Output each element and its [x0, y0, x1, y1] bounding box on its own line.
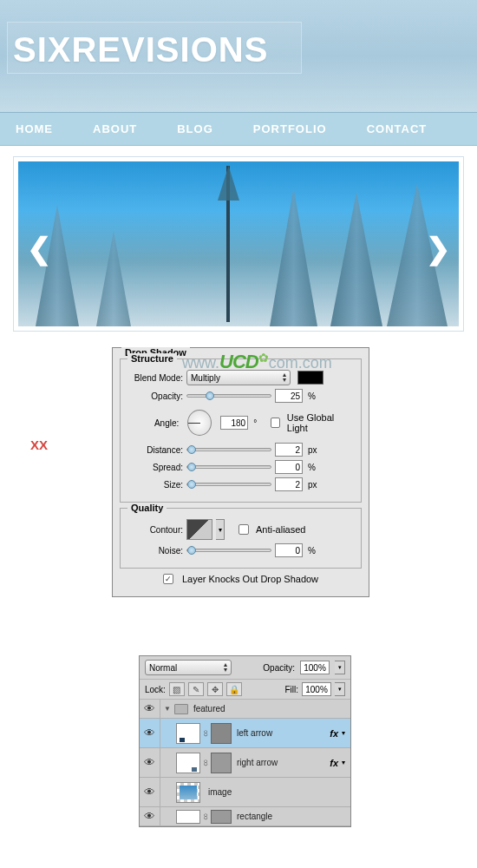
- slider-thumb-icon[interactable]: [206, 391, 214, 400]
- quality-fieldset: Quality Contour: ▾ Anti-aliased Noise: %: [120, 508, 362, 569]
- angle-input[interactable]: [220, 416, 248, 430]
- distance-input[interactable]: [275, 443, 303, 457]
- opacity-unit: %: [308, 391, 316, 401]
- blend-mode-label: Blend Mode:: [129, 373, 183, 383]
- slider-thumb-icon[interactable]: [187, 463, 196, 471]
- nav-contact[interactable]: CONTACT: [360, 122, 435, 135]
- layer-row[interactable]: 👁 𝟾 rectangle: [140, 807, 350, 826]
- site-title: SIXREVISIONS: [13, 30, 268, 69]
- noise-slider[interactable]: [186, 549, 271, 552]
- contour-dropdown-icon[interactable]: ▾: [216, 519, 225, 540]
- blend-mode-select[interactable]: Normal ▴▾: [145, 660, 232, 675]
- opacity-slider[interactable]: [186, 394, 271, 398]
- slider-image: ❮ ❯: [18, 161, 459, 326]
- fill-input[interactable]: [302, 682, 331, 696]
- fill-dropdown-icon[interactable]: ▾: [335, 682, 345, 696]
- fill-label: Fill:: [284, 685, 298, 694]
- tree-graphic: [36, 205, 79, 326]
- quality-label: Quality: [127, 503, 167, 513]
- layer-mask-thumb: [211, 753, 232, 773]
- size-slider[interactable]: [186, 483, 271, 486]
- tree-graphic: [270, 187, 317, 326]
- use-global-label: Use Global Light: [287, 412, 352, 433]
- angle-dial[interactable]: [187, 410, 212, 436]
- use-global-checkbox[interactable]: [271, 418, 280, 428]
- watermark-rest: com.com: [269, 354, 332, 372]
- layer-name[interactable]: left arrow: [237, 728, 330, 738]
- anti-aliased-checkbox[interactable]: [238, 524, 249, 535]
- fx-badge[interactable]: fx: [330, 728, 338, 739]
- layers-blend-value: Normal: [149, 663, 177, 673]
- blend-mode-value: Multiply: [191, 373, 220, 383]
- lock-transparency-icon[interactable]: ▧: [169, 682, 185, 696]
- prev-arrow-icon[interactable]: ❮: [27, 231, 51, 266]
- slider-thumb-icon[interactable]: [187, 480, 196, 489]
- fx-badge[interactable]: fx: [330, 758, 338, 768]
- layer-row[interactable]: 👁 𝟾 right arrow fx ▾: [140, 748, 350, 778]
- knockout-label: Layer Knocks Out Drop Shadow: [182, 574, 318, 584]
- layers-opacity-input[interactable]: [300, 661, 330, 674]
- size-input[interactable]: [275, 477, 303, 491]
- featured-slider: ❮ ❯: [13, 156, 464, 332]
- layer-name[interactable]: right arrow: [237, 758, 330, 767]
- noise-label: Noise:: [129, 546, 183, 556]
- slider-thumb-icon[interactable]: [187, 546, 196, 555]
- opacity-dropdown-icon[interactable]: ▾: [335, 661, 345, 674]
- fx-dropdown-icon[interactable]: ▾: [342, 759, 345, 766]
- distance-unit: px: [308, 445, 317, 455]
- spread-unit: %: [308, 463, 316, 472]
- nav-portfolio[interactable]: PORTFOLIO: [246, 122, 334, 135]
- layer-mask-thumb: [211, 723, 232, 744]
- spread-input[interactable]: [275, 460, 303, 474]
- distance-slider[interactable]: [186, 448, 271, 451]
- watermark-www: www.: [182, 354, 219, 372]
- leaf-icon: ✿: [258, 351, 269, 365]
- watermark: www.UCD✿com.com: [182, 351, 332, 373]
- opacity-label: Opacity:: [129, 391, 183, 401]
- group-name[interactable]: featured: [193, 704, 350, 713]
- layer-name[interactable]: rectangle: [237, 812, 350, 821]
- link-icon: 𝟾: [203, 758, 208, 768]
- layer-mask-thumb: [211, 810, 232, 824]
- lock-paint-icon[interactable]: ✎: [188, 682, 204, 696]
- noise-input[interactable]: [275, 543, 303, 557]
- layer-thumb: [176, 810, 200, 824]
- noise-unit: %: [308, 546, 316, 556]
- visibility-toggle-icon[interactable]: 👁: [140, 719, 160, 747]
- disclosure-icon[interactable]: ▼: [164, 705, 171, 713]
- lock-all-icon[interactable]: 🔒: [226, 682, 242, 696]
- layers-panel: Normal ▴▾ Opacity: ▾ Lock: ▧ ✎ ✥ 🔒 Fill:…: [139, 655, 351, 827]
- layer-group-row[interactable]: 👁 ▼ featured: [140, 700, 350, 719]
- nav-home[interactable]: HOME: [9, 122, 60, 135]
- structure-fieldset: Structure Blend Mode: Multiply ▴▾ Opacit…: [120, 358, 362, 503]
- fx-dropdown-icon[interactable]: ▾: [342, 729, 345, 737]
- distance-label: Distance:: [129, 445, 183, 455]
- layers-top-row: Normal ▴▾ Opacity: ▾: [140, 656, 350, 679]
- slider-thumb-icon[interactable]: [187, 445, 196, 454]
- visibility-toggle-icon[interactable]: 👁: [140, 748, 160, 777]
- main-nav: HOME ABOUT BLOG PORTFOLIO CONTACT: [0, 113, 477, 146]
- layer-row[interactable]: 👁 image: [140, 778, 350, 807]
- spread-label: Spread:: [129, 463, 183, 472]
- layers-list: 👁 ▼ featured 👁 𝟾 left arrow fx ▾ 👁 𝟾 rig…: [140, 700, 350, 826]
- link-icon: 𝟾: [203, 812, 208, 822]
- layer-row[interactable]: 👁 𝟾 left arrow fx ▾: [140, 719, 350, 748]
- layer-name[interactable]: image: [208, 787, 350, 797]
- angle-unit: °: [253, 418, 257, 428]
- lock-position-icon[interactable]: ✥: [207, 682, 223, 696]
- visibility-toggle-icon[interactable]: 👁: [140, 778, 160, 806]
- next-arrow-icon[interactable]: ❯: [426, 231, 450, 266]
- opacity-input[interactable]: [275, 389, 303, 403]
- knockout-checkbox[interactable]: ✓: [163, 574, 173, 584]
- contour-swatch[interactable]: [186, 519, 212, 540]
- select-arrows-icon: ▴▾: [283, 372, 286, 383]
- layers-opacity-label: Opacity:: [263, 663, 295, 673]
- visibility-toggle-icon[interactable]: 👁: [140, 700, 160, 718]
- visibility-toggle-icon[interactable]: 👁: [140, 807, 160, 825]
- spread-slider[interactable]: [186, 465, 271, 469]
- layer-thumb: [176, 782, 200, 803]
- site-banner: SIXREVISIONS: [0, 0, 477, 113]
- nav-about[interactable]: ABOUT: [86, 122, 144, 135]
- drop-shadow-panel: Drop Shadow Structure Blend Mode: Multip…: [112, 347, 369, 597]
- nav-blog[interactable]: BLOG: [170, 122, 220, 135]
